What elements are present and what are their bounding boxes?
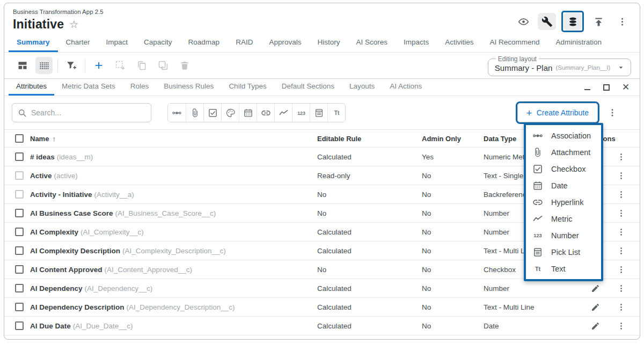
- kebab-icon: [617, 209, 626, 218]
- filter-attachment-button[interactable]: [186, 104, 203, 122]
- row-checkbox[interactable]: [15, 303, 24, 311]
- tab-business-rules[interactable]: Business Rules: [156, 79, 221, 96]
- favorite-star-icon[interactable]: ☆: [69, 19, 78, 30]
- tab-metric-data-sets[interactable]: Metric Data Sets: [54, 79, 123, 96]
- app-window: Business Transformation App 2.5 Initiati…: [4, 3, 640, 340]
- data-type-cell: Text - Multi Line: [484, 303, 587, 311]
- menu-item-checkbox[interactable]: Checkbox: [526, 160, 601, 177]
- edit-attribute-button[interactable]: [590, 283, 601, 294]
- delete-button[interactable]: [176, 57, 193, 74]
- menu-item-number[interactable]: Number: [526, 227, 601, 244]
- table-row[interactable]: AI Dependency Description(AI_Dependency_…: [4, 298, 640, 317]
- filter-hyperlink-button[interactable]: [257, 104, 274, 122]
- table-row[interactable]: AI Due Date(AI_Due_Date__c) Calculated N…: [4, 317, 640, 335]
- filter-association-button[interactable]: [168, 104, 186, 122]
- row-more-button[interactable]: [616, 151, 626, 162]
- configure-wrench-button[interactable]: [538, 13, 556, 30]
- row-more-button[interactable]: [616, 245, 626, 256]
- attribute-name: AI Complexity: [30, 228, 78, 236]
- tab-charter[interactable]: Charter: [58, 35, 98, 52]
- row-checkbox[interactable]: [15, 209, 24, 217]
- admin-only-cell: No: [422, 303, 484, 311]
- filter-color-button[interactable]: [221, 104, 239, 122]
- tab-impact[interactable]: Impact: [98, 35, 136, 52]
- filter-date-button[interactable]: [239, 104, 257, 122]
- row-checkbox[interactable]: [15, 284, 24, 292]
- copy-button[interactable]: [133, 57, 150, 74]
- header-more-button[interactable]: [613, 13, 631, 30]
- tab-ai-recommend[interactable]: AI Recommend: [482, 35, 548, 52]
- tab-capacity[interactable]: Capacity: [136, 35, 180, 52]
- filter-text-button[interactable]: [327, 104, 345, 122]
- tab-roles[interactable]: Roles: [123, 79, 157, 96]
- row-more-button[interactable]: [616, 208, 626, 218]
- tab-default-sections[interactable]: Default Sections: [274, 79, 342, 96]
- column-header-name[interactable]: Name↑: [30, 135, 317, 143]
- add-button[interactable]: [90, 57, 107, 74]
- attribute-type-filter-group: [167, 103, 346, 122]
- menu-item-date[interactable]: Date: [526, 177, 601, 194]
- tab-raid[interactable]: RAID: [228, 35, 261, 52]
- minimize-button[interactable]: [583, 83, 591, 92]
- attribute-code: (AI_Dependency__c): [85, 284, 153, 292]
- tab-child-types[interactable]: Child Types: [221, 79, 274, 96]
- edit-attribute-button[interactable]: [590, 302, 601, 312]
- row-more-button[interactable]: [616, 264, 626, 275]
- tab-impacts[interactable]: Impacts: [396, 35, 437, 52]
- menu-item-pick-list[interactable]: Pick List: [526, 244, 601, 260]
- edit-attribute-button[interactable]: [590, 320, 601, 331]
- row-checkbox[interactable]: [15, 246, 24, 255]
- row-more-button[interactable]: [616, 170, 626, 181]
- row-more-button[interactable]: [616, 189, 626, 200]
- add-filter-button[interactable]: [63, 57, 80, 74]
- close-button[interactable]: ✕: [621, 83, 630, 92]
- row-checkbox[interactable]: [15, 321, 24, 330]
- menu-item-metric[interactable]: Metric: [526, 210, 601, 227]
- table-row[interactable]: AI Dependency(AI_Dependency__c) Calculat…: [4, 279, 640, 298]
- create-attribute-button[interactable]: + Create Attribute: [517, 103, 598, 122]
- filter-number-button[interactable]: [292, 104, 310, 122]
- grid-view-button[interactable]: [35, 57, 53, 74]
- attribute-code: (active): [54, 172, 78, 180]
- tab-activities[interactable]: Activities: [437, 35, 481, 52]
- column-header-editable-rule[interactable]: Editable Rule: [317, 135, 422, 143]
- row-checkbox[interactable]: [15, 265, 24, 274]
- row-checkbox[interactable]: [15, 152, 24, 161]
- preview-eye-button[interactable]: [514, 13, 532, 30]
- search-input[interactable]: [31, 108, 145, 117]
- tab-administration[interactable]: Administration: [548, 35, 610, 52]
- tab-roadmap[interactable]: Roadmap: [180, 35, 228, 52]
- layout-view-button[interactable]: [14, 57, 31, 74]
- filter-checkbox-button[interactable]: [203, 104, 221, 122]
- duplicate-button[interactable]: [155, 57, 172, 74]
- tab-attributes[interactable]: Attributes: [9, 79, 54, 96]
- data-panel-button[interactable]: [564, 13, 582, 30]
- filter-picklist-button[interactable]: [310, 104, 327, 122]
- publish-button[interactable]: [589, 13, 608, 30]
- data-type-cell: Number: [484, 284, 587, 292]
- row-checkbox[interactable]: [15, 228, 24, 236]
- kebab-icon: [617, 246, 626, 255]
- menu-item-association[interactable]: Association: [526, 127, 601, 144]
- select-all-checkbox[interactable]: [15, 134, 24, 143]
- menu-item-attachment[interactable]: Attachment: [526, 144, 601, 160]
- row-more-button[interactable]: [616, 320, 626, 331]
- attributes-more-button[interactable]: [606, 107, 618, 119]
- maximize-button[interactable]: [602, 83, 611, 92]
- tab-summary[interactable]: Summary: [9, 35, 58, 52]
- column-header-admin-only[interactable]: Admin Only: [422, 135, 484, 143]
- admin-only-cell: No: [422, 247, 484, 255]
- row-more-button[interactable]: [616, 283, 626, 294]
- menu-item-hyperlink[interactable]: Hyperlink: [526, 194, 601, 210]
- row-more-button[interactable]: [616, 226, 626, 237]
- menu-item-text[interactable]: Text: [526, 260, 601, 277]
- tab-layouts[interactable]: Layouts: [342, 79, 382, 96]
- filter-metric-button[interactable]: [274, 104, 292, 122]
- editing-layout-picker[interactable]: Editing layout Summary - Plan (Summary_P…: [488, 55, 631, 76]
- select-region-button[interactable]: [112, 57, 129, 74]
- tab-approvals[interactable]: Approvals: [261, 35, 309, 52]
- tab-history[interactable]: History: [309, 35, 348, 52]
- tab-ai-scores[interactable]: AI Scores: [348, 35, 396, 52]
- row-more-button[interactable]: [616, 302, 626, 312]
- tab-ai-actions[interactable]: AI Actions: [382, 79, 429, 96]
